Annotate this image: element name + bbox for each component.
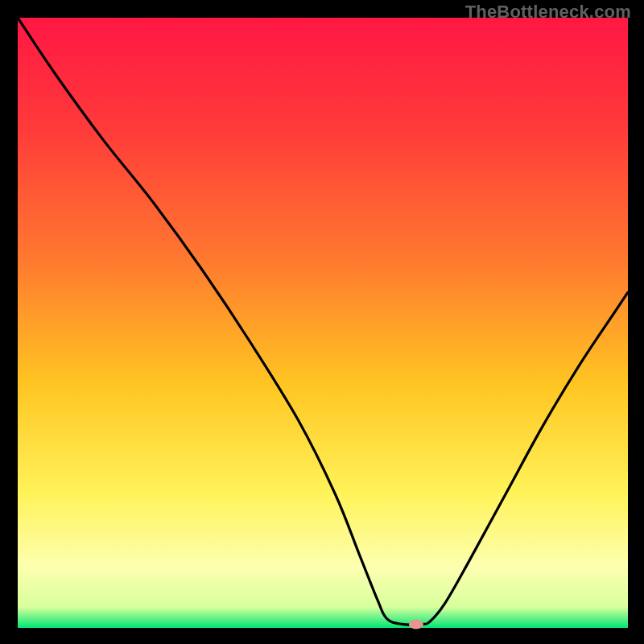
plot-background	[18, 18, 628, 628]
bottleneck-chart	[0, 0, 644, 644]
chart-container: TheBottleneck.com	[0, 0, 644, 644]
current-point-marker	[409, 619, 423, 629]
watermark-text: TheBottleneck.com	[465, 2, 631, 23]
